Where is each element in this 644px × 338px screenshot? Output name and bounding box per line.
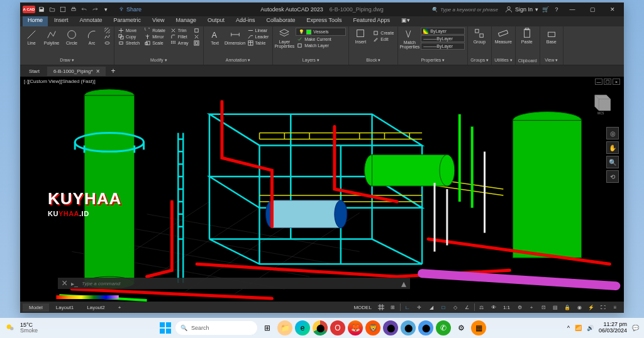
cart-icon[interactable]: 🛒 — [541, 5, 550, 14]
orbit-icon[interactable]: ⟲ — [606, 170, 619, 183]
qat-redo-icon[interactable] — [91, 5, 99, 14]
hatch-icon[interactable] — [103, 28, 111, 33]
keyword-search[interactable]: 🔍 Type a keyword or phrase — [431, 7, 498, 13]
isodraft-icon[interactable]: ◢ — [426, 303, 436, 312]
linear-button[interactable]: Linear — [247, 28, 270, 33]
layout1-tab[interactable]: Layout1 — [50, 303, 80, 312]
blockcreate-button[interactable]: Create — [372, 30, 395, 36]
tab-insert[interactable]: Insert — [49, 16, 74, 26]
polar-toggle-icon[interactable]: ✛ — [414, 303, 425, 312]
taskview-icon[interactable]: ⊞ — [260, 320, 275, 335]
zoom-icon[interactable]: 🔍 — [606, 156, 619, 168]
dimension-button[interactable]: Dimension — [226, 29, 244, 45]
app-icon-1[interactable]: ⬤ — [401, 320, 416, 335]
layer-dropdown[interactable]: 💡 Vessels — [296, 28, 346, 36]
blockedit-button[interactable]: Edit — [372, 36, 395, 42]
copy-button[interactable]: Copy — [117, 34, 141, 40]
utilities-group-label[interactable]: Utilities ▾ — [494, 58, 513, 63]
close-button[interactable]: ✕ — [604, 4, 621, 15]
array-button[interactable]: Array — [169, 40, 190, 46]
share-button[interactable]: Share — [114, 5, 145, 14]
color-dropdown[interactable]: ByLayer — [421, 28, 465, 35]
qat-print-icon[interactable] — [69, 5, 78, 14]
makecurrent-button[interactable]: Make Current — [296, 36, 346, 42]
cmd-close-icon[interactable]: × — [62, 278, 67, 289]
view-group-label[interactable]: View ▾ — [543, 58, 560, 63]
model-indicator[interactable]: MODEL — [351, 305, 374, 310]
start-button[interactable] — [158, 320, 173, 335]
annoscale-icon[interactable]: ⚖ — [477, 303, 487, 312]
app-icon-3[interactable]: ▦ — [471, 320, 486, 335]
viewcube[interactable]: WCS — [586, 89, 615, 118]
mirror-button[interactable]: Mirror — [143, 34, 167, 40]
volume-icon[interactable]: 🔊 — [587, 325, 594, 331]
arc-button[interactable]: Arc — [83, 29, 101, 45]
vp-close-icon[interactable]: × — [613, 79, 620, 85]
layers-group-label[interactable]: Layers ▾ — [275, 58, 346, 63]
draw-group-label[interactable]: Draw ▾ — [23, 58, 111, 63]
command-input[interactable] — [82, 281, 397, 286]
edge-icon[interactable]: e — [295, 320, 310, 335]
fillet-button[interactable]: Fillet — [169, 34, 190, 40]
pan-icon[interactable]: ✋ — [606, 141, 619, 154]
ellipse-icon[interactable] — [103, 40, 111, 46]
taskbar-search[interactable]: 🔍 Search — [175, 321, 257, 335]
annotation-group-label[interactable]: Annotation ▾ — [206, 58, 270, 63]
lock-ui-icon[interactable]: 🔒 — [562, 303, 572, 312]
qat-open-icon[interactable] — [48, 5, 57, 14]
layout2-tab[interactable]: Layout2 — [80, 303, 111, 312]
qat-save-icon[interactable] — [37, 5, 46, 14]
spline-icon[interactable] — [103, 34, 111, 40]
command-line[interactable]: × ▸_ ▴ — [58, 278, 410, 289]
base-button[interactable]: Base — [543, 28, 560, 44]
qat-save2-icon[interactable] — [58, 5, 67, 14]
scale-indicator[interactable]: 1:1 — [501, 305, 513, 310]
minimize-button[interactable]: — — [564, 4, 581, 15]
app-icon-2[interactable]: ⬤ — [418, 320, 433, 335]
tray-chevron-icon[interactable]: ^ — [567, 325, 570, 331]
quickprops-icon[interactable]: ▤ — [550, 303, 560, 312]
tab-parametric[interactable]: Parametric — [109, 16, 147, 26]
vp-restore-icon[interactable]: ▢ — [604, 79, 611, 85]
properties-group-label[interactable]: Properties ▾ — [401, 58, 465, 63]
help-icon[interactable]: ? — [552, 5, 561, 14]
layerprops-button[interactable]: Layer Properties — [275, 28, 293, 48]
block-group-label[interactable]: Block ▾ — [352, 58, 395, 63]
scale-button[interactable]: Scale — [143, 40, 167, 46]
leader-button[interactable]: Leader — [247, 34, 270, 40]
app-logo[interactable]: A CAD — [23, 6, 35, 13]
qat-dropdown-icon[interactable]: ▾ — [101, 5, 110, 14]
whatsapp-icon[interactable]: ✆ — [436, 320, 451, 335]
tab-output[interactable]: Output — [203, 16, 230, 26]
explorer-icon[interactable]: 📁 — [277, 320, 292, 335]
tor-icon[interactable]: ⬤ — [383, 320, 398, 335]
measure-button[interactable]: Measure — [494, 28, 512, 44]
start-tab[interactable]: Start — [23, 67, 46, 75]
new-tab-button[interactable]: + — [107, 67, 119, 75]
lineweight-dropdown[interactable]: ——— ByLayer — [421, 43, 465, 50]
move-button[interactable]: Move — [117, 28, 141, 33]
tab-addins[interactable]: Add-ins — [231, 16, 260, 26]
otrack-icon[interactable]: ∠ — [462, 303, 472, 312]
settings-icon[interactable]: ⚙ — [453, 320, 469, 335]
trim-button[interactable]: Trim — [169, 28, 190, 33]
osnap-toggle-icon[interactable]: □ — [438, 303, 448, 312]
isolate-icon[interactable]: ◉ — [574, 303, 584, 312]
modify-group-label[interactable]: Modify ▾ — [117, 58, 201, 63]
steering-wheel-icon[interactable]: ◎ — [606, 127, 619, 139]
ortho-toggle-icon[interactable]: ∟ — [402, 303, 413, 312]
blockinsert-button[interactable]: Insert — [352, 28, 369, 44]
matchlayer-button[interactable]: Match Layer — [296, 43, 346, 48]
signin-button[interactable]: Sign In ▾ — [505, 6, 538, 13]
tab-manage[interactable]: Manage — [170, 16, 201, 26]
chrome-icon[interactable]: ⬤ — [313, 320, 328, 335]
weather-widget[interactable]: 15°C Smoke — [5, 322, 38, 334]
hardware-accel-icon[interactable]: ⚡ — [586, 303, 596, 312]
view-label[interactable]: [-][Custom View][Shaded (Fast)] — [24, 79, 96, 84]
offset-icon[interactable] — [192, 40, 201, 46]
text-button[interactable]: AText — [206, 29, 224, 45]
snap-toggle-icon[interactable]: ⊞ — [388, 303, 398, 312]
matchprops-button[interactable]: Match Properties — [401, 28, 418, 49]
model-tab[interactable]: Model — [23, 303, 49, 312]
ribbon-collapse-icon[interactable]: ▣▾ — [396, 16, 415, 26]
